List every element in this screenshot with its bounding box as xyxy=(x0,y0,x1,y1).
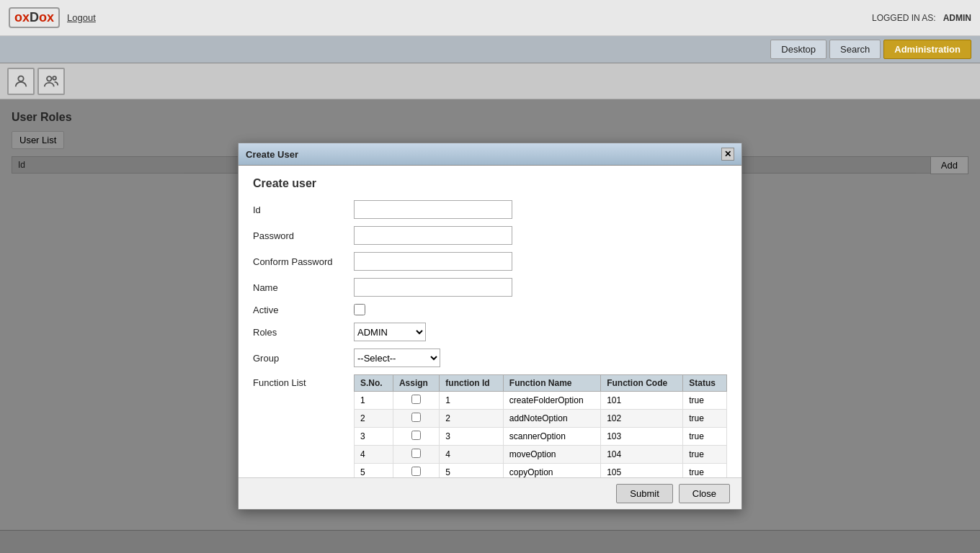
submit-button[interactable]: Submit xyxy=(616,484,672,503)
name-field-row: Name xyxy=(253,278,727,297)
group-label: Group xyxy=(253,353,354,364)
assign-checkbox[interactable] xyxy=(411,413,421,422)
cell-function-code: 102 xyxy=(601,410,683,428)
id-label: Id xyxy=(253,204,354,215)
modal-title-bar: Create User ✕ xyxy=(239,143,741,166)
col-status-header: Status xyxy=(683,375,727,392)
cell-status: true xyxy=(683,392,727,410)
modal-footer: Submit Close xyxy=(239,477,741,509)
svg-point-0 xyxy=(18,76,23,81)
function-list-row: Function List S.No. Assign function Id F… xyxy=(253,374,727,477)
cell-function-id: 5 xyxy=(440,464,504,478)
search-nav-button[interactable]: Search xyxy=(829,40,881,59)
group-field-row: Group --Select-- Group1 Group2 xyxy=(253,349,727,367)
user-icon-button[interactable] xyxy=(7,68,35,95)
cell-assign[interactable] xyxy=(393,428,439,446)
desktop-nav-button[interactable]: Desktop xyxy=(770,40,827,59)
function-list-label: Function List xyxy=(253,374,354,388)
name-label: Name xyxy=(253,282,354,293)
cell-assign[interactable] xyxy=(393,446,439,464)
active-label: Active xyxy=(253,305,354,315)
cell-function-name: scannerOption xyxy=(503,428,600,446)
col-assign-header: Assign xyxy=(393,375,439,392)
create-user-modal: Create User ✕ Create user Id Password xyxy=(238,143,742,510)
modal-overlay: Create User ✕ Create user Id Password xyxy=(0,99,980,553)
function-table: S.No. Assign function Id Function Name F… xyxy=(354,374,727,477)
table-row: 4 4 moveOption 104 true xyxy=(355,446,727,464)
name-input[interactable] xyxy=(354,278,512,297)
roles-select[interactable]: ADMIN USER GUEST xyxy=(354,323,426,341)
logo-area: oxDox Logout xyxy=(9,7,96,28)
users-icon-button[interactable] xyxy=(37,68,65,95)
active-checkbox[interactable] xyxy=(354,304,365,315)
table-row: 5 5 copyOption 105 true xyxy=(355,464,727,478)
password-input[interactable] xyxy=(354,226,512,245)
roles-label: Roles xyxy=(253,327,354,338)
cell-function-name: addNoteOption xyxy=(503,410,600,428)
cell-sno: 4 xyxy=(355,446,393,464)
close-button[interactable]: Close xyxy=(679,484,730,503)
password-label: Password xyxy=(253,230,354,241)
cell-function-name: createFolderOption xyxy=(503,392,600,410)
modal-heading: Create user xyxy=(253,177,727,190)
cell-function-id: 2 xyxy=(440,410,504,428)
cell-function-code: 105 xyxy=(601,464,683,478)
id-input[interactable] xyxy=(354,200,512,219)
cell-sno: 1 xyxy=(355,392,393,410)
cell-status: true xyxy=(683,446,727,464)
assign-checkbox[interactable] xyxy=(411,449,421,458)
logged-in-user: ADMIN xyxy=(943,13,971,23)
confirm-password-field-row: Conform Password xyxy=(253,252,727,271)
confirm-password-input[interactable] xyxy=(354,252,512,271)
svg-point-2 xyxy=(53,76,56,80)
cell-function-id: 4 xyxy=(440,446,504,464)
active-field-row: Active xyxy=(253,304,727,315)
cell-assign[interactable] xyxy=(393,392,439,410)
modal-title: Create User xyxy=(246,149,298,160)
cell-status: true xyxy=(683,410,727,428)
assign-checkbox[interactable] xyxy=(411,467,421,476)
roles-field-row: Roles ADMIN USER GUEST xyxy=(253,323,727,341)
top-bar: oxDox Logout LOGGED IN AS: ADMIN xyxy=(0,0,980,36)
col-sno-header: S.No. xyxy=(355,375,393,392)
table-row: 2 2 addNoteOption 102 true xyxy=(355,410,727,428)
logged-in-label: LOGGED IN AS: xyxy=(872,13,936,23)
nav-bar: Desktop Search Administration xyxy=(0,36,980,63)
cell-function-name: moveOption xyxy=(503,446,600,464)
cell-assign[interactable] xyxy=(393,464,439,478)
cell-assign[interactable] xyxy=(393,410,439,428)
cell-function-code: 104 xyxy=(601,446,683,464)
svg-point-1 xyxy=(47,76,51,81)
col-function-code-header: Function Code xyxy=(601,375,683,392)
cell-sno: 2 xyxy=(355,410,393,428)
cell-status: true xyxy=(683,464,727,478)
cell-function-name: copyOption xyxy=(503,464,600,478)
cell-function-code: 101 xyxy=(601,392,683,410)
cell-function-id: 3 xyxy=(440,428,504,446)
administration-nav-button[interactable]: Administration xyxy=(883,40,971,59)
cell-sno: 5 xyxy=(355,464,393,478)
cell-function-id: 1 xyxy=(440,392,504,410)
logo: oxDox xyxy=(9,7,60,28)
group-select[interactable]: --Select-- Group1 Group2 xyxy=(354,349,440,367)
cell-status: true xyxy=(683,428,727,446)
confirm-password-label: Conform Password xyxy=(253,256,354,267)
modal-body: Create user Id Password Conform Password xyxy=(239,166,741,477)
cell-function-code: 103 xyxy=(601,428,683,446)
icon-toolbar xyxy=(0,63,980,99)
col-function-name-header: Function Name xyxy=(503,375,600,392)
password-field-row: Password xyxy=(253,226,727,245)
assign-checkbox[interactable] xyxy=(411,431,421,440)
table-row: 1 1 createFolderOption 101 true xyxy=(355,392,727,410)
logout-button[interactable]: Logout xyxy=(67,12,96,23)
content-area: User Roles User List Id Add Create User … xyxy=(0,99,980,553)
modal-close-x-button[interactable]: ✕ xyxy=(721,148,734,161)
col-function-id-header: function Id xyxy=(440,375,504,392)
id-field-row: Id xyxy=(253,200,727,219)
top-right: LOGGED IN AS: ADMIN xyxy=(872,13,971,23)
table-row: 3 3 scannerOption 103 true xyxy=(355,428,727,446)
cell-sno: 3 xyxy=(355,428,393,446)
assign-checkbox[interactable] xyxy=(411,395,421,404)
